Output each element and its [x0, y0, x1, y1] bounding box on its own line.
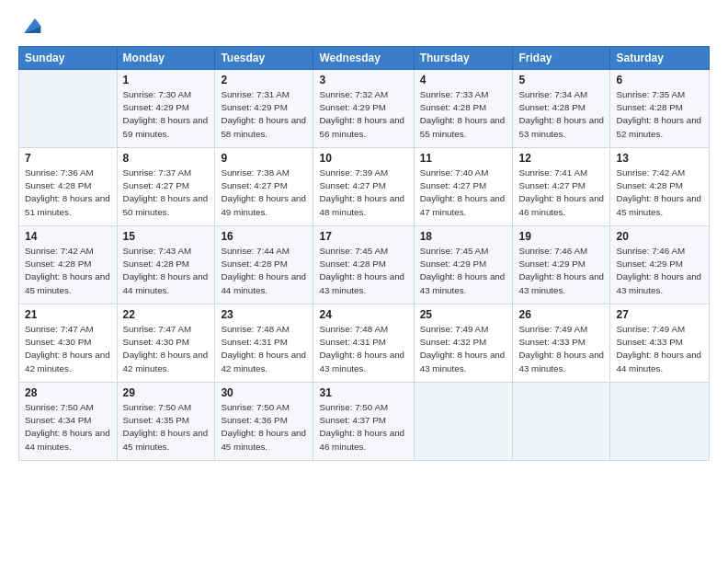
logo-icon — [20, 15, 42, 37]
day-cell: 28Sunrise: 7:50 AMSunset: 4:34 PMDayligh… — [19, 383, 118, 461]
day-cell: 11Sunrise: 7:40 AMSunset: 4:27 PMDayligh… — [414, 148, 513, 226]
day-cell: 30Sunrise: 7:50 AMSunset: 4:36 PMDayligh… — [215, 383, 313, 461]
day-info: Sunrise: 7:49 AMSunset: 4:33 PMDaylight:… — [518, 323, 604, 375]
day-info: Sunrise: 7:37 AMSunset: 4:27 PMDaylight:… — [123, 167, 210, 219]
day-info: Sunrise: 7:30 AMSunset: 4:29 PMDaylight:… — [123, 88, 210, 141]
day-cell: 5Sunrise: 7:34 AMSunset: 4:28 PMDaylight… — [513, 70, 610, 148]
day-cell: 6Sunrise: 7:35 AMSunset: 4:28 PMDaylight… — [610, 70, 710, 148]
week-row-5: 28Sunrise: 7:50 AMSunset: 4:34 PMDayligh… — [19, 383, 710, 461]
day-number: 8 — [123, 152, 210, 165]
day-cell: 9Sunrise: 7:38 AMSunset: 4:27 PMDaylight… — [215, 148, 313, 226]
day-number: 31 — [319, 386, 407, 399]
day-cell: 16Sunrise: 7:44 AMSunset: 4:28 PMDayligh… — [215, 226, 313, 304]
day-cell: 23Sunrise: 7:48 AMSunset: 4:31 PMDayligh… — [215, 304, 313, 383]
day-cell: 25Sunrise: 7:49 AMSunset: 4:32 PMDayligh… — [414, 304, 513, 383]
day-number: 19 — [518, 230, 604, 243]
day-number: 23 — [221, 308, 307, 321]
day-cell: 2Sunrise: 7:31 AMSunset: 4:29 PMDaylight… — [215, 70, 313, 148]
header — [18, 15, 710, 37]
day-number: 2 — [221, 74, 307, 86]
day-cell: 31Sunrise: 7:50 AMSunset: 4:37 PMDayligh… — [313, 383, 414, 461]
day-info: Sunrise: 7:47 AMSunset: 4:30 PMDaylight:… — [25, 323, 111, 375]
day-info: Sunrise: 7:43 AMSunset: 4:28 PMDaylight:… — [123, 245, 210, 297]
day-number: 3 — [319, 74, 407, 86]
day-info: Sunrise: 7:50 AMSunset: 4:34 PMDaylight:… — [25, 401, 111, 454]
day-header-tuesday: Tuesday — [215, 47, 313, 70]
day-header-monday: Monday — [117, 47, 215, 70]
day-number: 5 — [518, 74, 604, 86]
day-number: 12 — [518, 152, 604, 165]
day-header-saturday: Saturday — [610, 47, 710, 70]
day-cell: 7Sunrise: 7:36 AMSunset: 4:28 PMDaylight… — [19, 148, 118, 226]
day-number: 4 — [420, 74, 507, 86]
day-number: 13 — [616, 152, 703, 165]
day-cell: 1Sunrise: 7:30 AMSunset: 4:29 PMDaylight… — [117, 70, 215, 148]
day-cell: 15Sunrise: 7:43 AMSunset: 4:28 PMDayligh… — [117, 226, 215, 304]
day-cell: 29Sunrise: 7:50 AMSunset: 4:35 PMDayligh… — [117, 383, 215, 461]
day-header-wednesday: Wednesday — [313, 47, 414, 70]
day-info: Sunrise: 7:34 AMSunset: 4:28 PMDaylight:… — [518, 88, 604, 141]
day-cell: 3Sunrise: 7:32 AMSunset: 4:29 PMDaylight… — [313, 70, 414, 148]
day-info: Sunrise: 7:36 AMSunset: 4:28 PMDaylight:… — [25, 167, 111, 219]
week-row-3: 14Sunrise: 7:42 AMSunset: 4:28 PMDayligh… — [19, 226, 710, 304]
day-info: Sunrise: 7:49 AMSunset: 4:33 PMDaylight:… — [616, 323, 703, 375]
day-number: 24 — [319, 308, 407, 321]
day-number: 27 — [616, 308, 703, 321]
day-number: 28 — [25, 386, 111, 399]
calendar-body: 1Sunrise: 7:30 AMSunset: 4:29 PMDaylight… — [19, 70, 710, 461]
day-info: Sunrise: 7:38 AMSunset: 4:27 PMDaylight:… — [221, 167, 307, 219]
day-number: 15 — [123, 230, 210, 243]
day-info: Sunrise: 7:49 AMSunset: 4:32 PMDaylight:… — [420, 323, 507, 375]
day-cell: 22Sunrise: 7:47 AMSunset: 4:30 PMDayligh… — [117, 304, 215, 383]
week-row-4: 21Sunrise: 7:47 AMSunset: 4:30 PMDayligh… — [19, 304, 710, 383]
day-cell — [414, 383, 513, 461]
day-number: 22 — [123, 308, 210, 321]
day-cell: 13Sunrise: 7:42 AMSunset: 4:28 PMDayligh… — [610, 148, 710, 226]
day-number: 17 — [319, 230, 407, 243]
day-info: Sunrise: 7:46 AMSunset: 4:29 PMDaylight:… — [616, 245, 703, 297]
page: SundayMondayTuesdayWednesdayThursdayFrid… — [0, 0, 728, 470]
day-info: Sunrise: 7:47 AMSunset: 4:30 PMDaylight:… — [123, 323, 210, 375]
day-info: Sunrise: 7:42 AMSunset: 4:28 PMDaylight:… — [25, 245, 111, 297]
day-info: Sunrise: 7:50 AMSunset: 4:37 PMDaylight:… — [319, 401, 407, 454]
day-number: 10 — [319, 152, 407, 165]
day-number: 6 — [616, 74, 703, 86]
day-info: Sunrise: 7:48 AMSunset: 4:31 PMDaylight:… — [221, 323, 307, 375]
day-number: 9 — [221, 152, 307, 165]
day-header-friday: Friday — [513, 47, 610, 70]
day-number: 7 — [25, 152, 111, 165]
day-number: 30 — [221, 386, 307, 399]
day-info: Sunrise: 7:42 AMSunset: 4:28 PMDaylight:… — [616, 167, 703, 219]
day-info: Sunrise: 7:32 AMSunset: 4:29 PMDaylight:… — [319, 88, 407, 141]
day-info: Sunrise: 7:45 AMSunset: 4:29 PMDaylight:… — [420, 245, 507, 297]
day-info: Sunrise: 7:44 AMSunset: 4:28 PMDaylight:… — [221, 245, 307, 297]
calendar-header: SundayMondayTuesdayWednesdayThursdayFrid… — [19, 47, 710, 70]
day-cell: 18Sunrise: 7:45 AMSunset: 4:29 PMDayligh… — [414, 226, 513, 304]
day-number: 25 — [420, 308, 507, 321]
day-info: Sunrise: 7:31 AMSunset: 4:29 PMDaylight:… — [221, 88, 307, 141]
day-cell: 10Sunrise: 7:39 AMSunset: 4:27 PMDayligh… — [313, 148, 414, 226]
day-cell: 19Sunrise: 7:46 AMSunset: 4:29 PMDayligh… — [513, 226, 610, 304]
week-row-2: 7Sunrise: 7:36 AMSunset: 4:28 PMDaylight… — [19, 148, 710, 226]
logo — [18, 15, 42, 37]
day-cell — [513, 383, 610, 461]
day-info: Sunrise: 7:50 AMSunset: 4:35 PMDaylight:… — [123, 401, 210, 454]
day-cell: 17Sunrise: 7:45 AMSunset: 4:28 PMDayligh… — [313, 226, 414, 304]
day-cell — [610, 383, 710, 461]
day-info: Sunrise: 7:35 AMSunset: 4:28 PMDaylight:… — [616, 88, 703, 141]
day-cell — [19, 70, 118, 148]
day-number: 11 — [420, 152, 507, 165]
day-number: 26 — [518, 308, 604, 321]
day-cell: 24Sunrise: 7:48 AMSunset: 4:31 PMDayligh… — [313, 304, 414, 383]
week-row-1: 1Sunrise: 7:30 AMSunset: 4:29 PMDaylight… — [19, 70, 710, 148]
day-cell: 8Sunrise: 7:37 AMSunset: 4:27 PMDaylight… — [117, 148, 215, 226]
day-number: 20 — [616, 230, 703, 243]
day-header-sunday: Sunday — [19, 47, 118, 70]
day-info: Sunrise: 7:48 AMSunset: 4:31 PMDaylight:… — [319, 323, 407, 375]
day-cell: 4Sunrise: 7:33 AMSunset: 4:28 PMDaylight… — [414, 70, 513, 148]
day-info: Sunrise: 7:45 AMSunset: 4:28 PMDaylight:… — [319, 245, 407, 297]
day-number: 21 — [25, 308, 111, 321]
day-header-thursday: Thursday — [414, 47, 513, 70]
day-number: 29 — [123, 386, 210, 399]
day-cell: 26Sunrise: 7:49 AMSunset: 4:33 PMDayligh… — [513, 304, 610, 383]
